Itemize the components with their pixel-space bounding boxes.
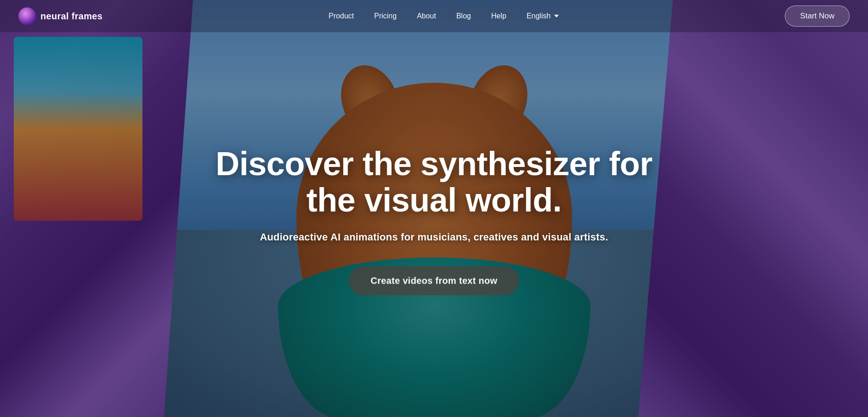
brand-name: neural frames bbox=[40, 11, 102, 22]
nav-link-help[interactable]: Help bbox=[483, 8, 515, 23]
start-now-button[interactable]: Start Now bbox=[785, 6, 850, 27]
language-selector[interactable]: English bbox=[518, 8, 567, 24]
nav-links: Product Pricing About Blog Help English bbox=[320, 8, 567, 24]
navbar: neural frames Product Pricing About Blog… bbox=[0, 0, 868, 32]
chevron-down-icon bbox=[554, 15, 559, 17]
language-label: English bbox=[527, 12, 550, 20]
nav-link-pricing[interactable]: Pricing bbox=[366, 8, 405, 23]
nav-item-blog: Blog bbox=[448, 12, 479, 20]
nav-link-blog[interactable]: Blog bbox=[448, 8, 479, 23]
hero-subtitle: Audioreactive AI animations for musician… bbox=[204, 231, 664, 243]
nav-item-help: Help bbox=[483, 12, 515, 20]
hero-section: neural frames Product Pricing About Blog… bbox=[0, 0, 868, 417]
nav-item-pricing: Pricing bbox=[366, 12, 405, 20]
brand-logo-icon bbox=[18, 7, 36, 25]
nav-link-product[interactable]: Product bbox=[320, 8, 362, 23]
cta-button[interactable]: Create videos from text now bbox=[349, 266, 520, 295]
nav-item-product: Product bbox=[320, 12, 362, 20]
nav-link-about[interactable]: About bbox=[408, 8, 444, 23]
hero-content: Discover the synthesizer for the visual … bbox=[204, 146, 664, 295]
brand-logo-link[interactable]: neural frames bbox=[18, 7, 102, 25]
nav-item-language: English bbox=[518, 8, 567, 24]
navbar-actions: Start Now bbox=[785, 6, 850, 27]
hero-title: Discover the synthesizer for the visual … bbox=[204, 146, 664, 218]
brand-logo-inner bbox=[18, 7, 36, 25]
nav-item-about: About bbox=[408, 12, 444, 20]
